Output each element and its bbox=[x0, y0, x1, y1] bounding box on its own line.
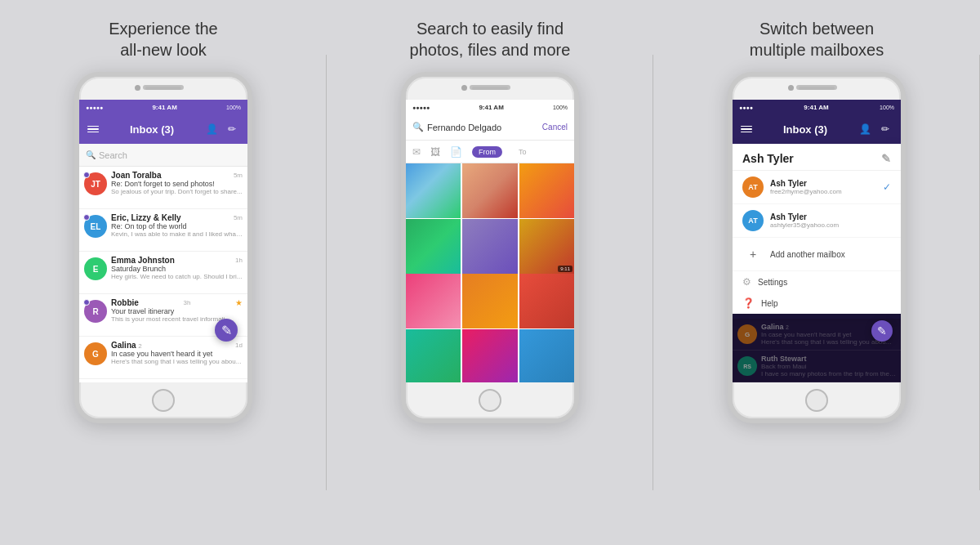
add-mailbox-button[interactable]: + Add another mailbox bbox=[733, 238, 901, 271]
photo-11[interactable] bbox=[462, 329, 517, 383]
photo-12[interactable] bbox=[519, 329, 574, 383]
help-item[interactable]: ❓ Help bbox=[733, 293, 901, 314]
hamburger-icon[interactable] bbox=[87, 126, 99, 133]
photo-5[interactable] bbox=[462, 219, 517, 274]
status-bar-2: ●●●●● 9:41 AM 100% bbox=[406, 100, 574, 114]
photo-10[interactable] bbox=[406, 329, 461, 383]
header-icons-1: 👤 ✏ bbox=[205, 122, 239, 136]
doc-filter-icon[interactable]: 📄 bbox=[450, 146, 462, 158]
subject-4: Your travel itinerary bbox=[111, 307, 243, 315]
sender-1: Joan Toralba bbox=[111, 171, 162, 180]
screen-3: ●●●● 9:41 AM 100% Inbox (3) 👤 ✏ bbox=[733, 100, 901, 382]
signal-1: ●●●●● bbox=[86, 105, 103, 110]
sender-2: Eric, Lizzy & Kelly bbox=[111, 213, 181, 222]
mailbox-menu: Ash Tyler ✎ AT Ash Tyler free2rhyme@yaho… bbox=[733, 144, 901, 314]
screen-1: ●●●●● 9:41 AM 100% Inbox (3) 👤 ✏ 🔍 bbox=[79, 100, 247, 382]
cancel-button[interactable]: Cancel bbox=[542, 123, 568, 132]
avatar-joan: JT bbox=[84, 172, 107, 195]
mailbox-edit-icon[interactable]: ✎ bbox=[881, 152, 891, 165]
mailbox-user-header: Ash Tyler ✎ bbox=[733, 144, 901, 171]
subject-2: Re: On top of the world bbox=[111, 222, 243, 230]
subject-1: Re: Don't forget to send photos! bbox=[111, 180, 243, 188]
email-item-3[interactable]: E Emma Johnston 1h Saturday Brunch Hey g… bbox=[79, 252, 247, 294]
phone-2: ●●●●● 9:41 AM 100% 🔍 Fernando Delgado Ca… bbox=[401, 72, 579, 423]
photo-grid: 9:11 bbox=[406, 163, 574, 382]
compose-icon[interactable]: ✏ bbox=[225, 122, 239, 136]
mailbox-info-2: Ash Tyler ashtyler35@yahoo.com bbox=[770, 212, 891, 229]
home-button-2[interactable] bbox=[479, 389, 501, 412]
time-email-2: 5m bbox=[234, 214, 243, 221]
mailbox-overlay: Ash Tyler ✎ AT Ash Tyler free2rhyme@yaho… bbox=[733, 100, 901, 382]
checkmark-icon: ✓ bbox=[883, 181, 891, 193]
mailbox-email-1: free2rhyme@yahoo.com bbox=[770, 188, 876, 195]
home-button-3[interactable] bbox=[805, 389, 828, 412]
subject-3: Saturday Brunch bbox=[111, 265, 243, 273]
time-email-1: 5m bbox=[234, 172, 243, 179]
panel3-title: Switch between multiple mailboxes bbox=[750, 18, 884, 60]
mailbox-account-2[interactable]: AT Ash Tyler ashtyler35@yahoo.com bbox=[733, 204, 901, 238]
home-button-1[interactable] bbox=[152, 389, 175, 412]
avatar-galina: G bbox=[84, 342, 107, 365]
settings-label: Settings bbox=[758, 278, 787, 287]
panel1-title: Experience the all-new look bbox=[109, 18, 217, 60]
search-icon-1: 🔍 bbox=[86, 150, 96, 159]
speaker-3 bbox=[799, 87, 835, 90]
email-content-3: Emma Johnston 1h Saturday Brunch Hey gir… bbox=[111, 256, 243, 280]
search-top-bar[interactable]: 🔍 Fernando Delgado Cancel bbox=[406, 114, 574, 141]
email-item-2[interactable]: EL Eric, Lizzy & Kelly 5m Re: On top of … bbox=[79, 209, 247, 252]
sender-3: Emma Johnston bbox=[111, 256, 175, 265]
camera-dot-2 bbox=[461, 85, 467, 91]
photo-8[interactable] bbox=[462, 274, 517, 328]
compose-fab-1[interactable]: ✎ bbox=[215, 319, 238, 342]
photo-2[interactable] bbox=[462, 163, 517, 218]
battery-1: 100% bbox=[226, 105, 241, 110]
inbox-title-1: Inbox (3) bbox=[130, 123, 174, 136]
photo-9[interactable] bbox=[519, 274, 574, 328]
mailbox-name-1: Ash Tyler bbox=[770, 179, 876, 188]
phone-1: ●●●●● 9:41 AM 100% Inbox (3) 👤 ✏ 🔍 bbox=[74, 72, 252, 423]
panel-3: Switch between multiple mailboxes ●●●● 9… bbox=[653, 0, 980, 545]
mailbox-name-2: Ash Tyler bbox=[770, 212, 891, 221]
mailbox-avatar-1: AT bbox=[742, 176, 764, 198]
battery-2: 100% bbox=[553, 105, 568, 110]
filter-bar: ✉ 🖼 📄 From To bbox=[406, 141, 574, 163]
time-2: 9:41 AM bbox=[479, 104, 503, 111]
time-email-5: 1d bbox=[235, 342, 243, 349]
subject-5: In case you haven't heard it yet bbox=[111, 350, 243, 358]
mailbox-info-1: Ash Tyler free2rhyme@yahoo.com bbox=[770, 179, 876, 195]
camera-dot bbox=[135, 85, 140, 91]
email-item-1[interactable]: JT Joan Toralba 5m Re: Don't forget to s… bbox=[79, 167, 247, 209]
avatar-emma: E bbox=[84, 257, 107, 280]
sender-4: Robbie bbox=[111, 298, 139, 307]
search-magnify-icon: 🔍 bbox=[412, 122, 424, 132]
photo-filter-icon[interactable]: 🖼 bbox=[430, 146, 440, 158]
photo-4[interactable] bbox=[406, 219, 461, 274]
photo-3[interactable] bbox=[519, 163, 574, 218]
mailbox-username: Ash Tyler bbox=[742, 152, 794, 165]
avatar-icon[interactable]: 👤 bbox=[205, 122, 220, 136]
speaker bbox=[145, 87, 181, 90]
search-query: Fernando Delgado bbox=[427, 123, 539, 132]
preview-5: Here's that song that I was telling you … bbox=[111, 358, 243, 365]
add-mailbox-label: Add another mailbox bbox=[770, 250, 845, 259]
photo-6[interactable]: 9:11 bbox=[519, 219, 574, 274]
to-tab[interactable]: To bbox=[512, 146, 533, 158]
time-email-4: 3h bbox=[183, 299, 190, 306]
star-icon: ★ bbox=[235, 298, 243, 307]
mail-filter-icon[interactable]: ✉ bbox=[412, 146, 421, 158]
preview-1: So jealous of your trip. Don't forget to… bbox=[111, 188, 243, 195]
mailbox-account-1[interactable]: AT Ash Tyler free2rhyme@yahoo.com ✓ bbox=[733, 171, 901, 204]
from-tab[interactable]: From bbox=[472, 146, 502, 158]
search-bar-1[interactable]: 🔍 Search bbox=[79, 144, 247, 167]
compose-fab-3[interactable]: ✎ bbox=[871, 320, 893, 342]
settings-item[interactable]: ⚙ Settings bbox=[733, 271, 901, 293]
mailbox-email-2: ashtyler35@yahoo.com bbox=[770, 221, 891, 229]
email-item-6[interactable]: RS Ruth Stewart Back from Maui I have so… bbox=[79, 379, 247, 382]
email-item-5[interactable]: G Galina 2 1d In case you haven't heard … bbox=[79, 337, 247, 379]
photo-1[interactable] bbox=[406, 163, 461, 218]
preview-3: Hey girls. We need to catch up. Should I… bbox=[111, 273, 243, 280]
video-badge: 9:11 bbox=[558, 266, 572, 272]
panel-2: Search to easily find photos, files and … bbox=[327, 0, 653, 545]
photo-7[interactable] bbox=[406, 274, 461, 328]
sender-5: Galina 2 bbox=[111, 341, 142, 350]
